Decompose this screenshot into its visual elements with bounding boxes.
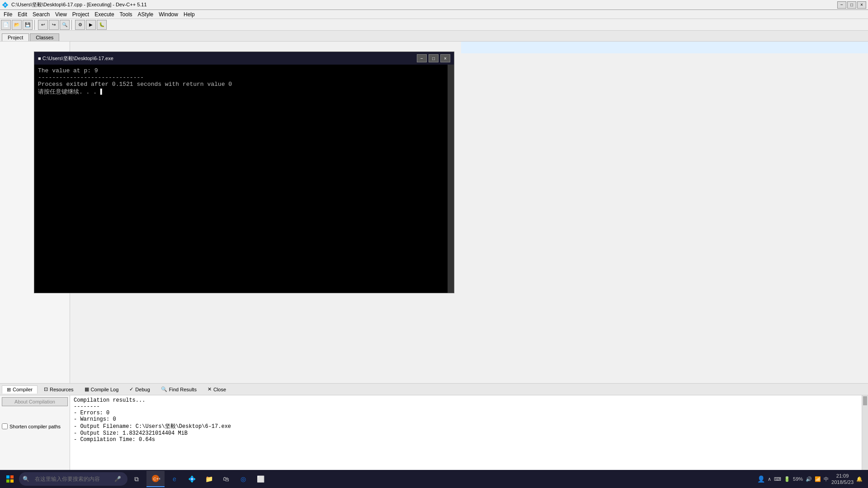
toolbar-redo[interactable]: ↪: [49, 20, 59, 30]
bottom-tab-compiler[interactable]: ⊞ Compiler: [2, 385, 38, 394]
bottom-tab-compilelog[interactable]: ▦ Compile Log: [80, 385, 123, 393]
console-window: ■ C:\Users\坚毅\Desktop\6-17.exe − □ × The…: [34, 52, 454, 293]
toolbar-sep1: [34, 20, 36, 30]
menu-project[interactable]: Project: [70, 10, 92, 19]
editor-highlight: [461, 42, 868, 53]
svg-rect-1: [10, 475, 14, 479]
tab-classes[interactable]: Classes: [30, 33, 59, 41]
toolbar-compile[interactable]: ⚙: [75, 20, 85, 30]
bottom-tab-debug[interactable]: ✓ Debug: [125, 385, 154, 393]
menu-search[interactable]: Search: [30, 10, 52, 19]
bottom-content: About Compilation Shorten compiler paths…: [0, 395, 868, 472]
toolbar-debug[interactable]: 🐛: [97, 20, 107, 30]
menu-bar: File Edit Search View Project Execute To…: [0, 10, 868, 19]
debug-icon: ✓: [129, 386, 133, 392]
about-compilation-button[interactable]: About Compilation: [2, 397, 68, 406]
tabs-area: Project Classes: [0, 31, 868, 42]
scrollbar-thumb[interactable]: [863, 396, 867, 405]
system-tray: 👤 ∧ ⌨ 🔋 59% 🔊 📶 中 21:09 2018/5/23 🔔: [754, 473, 866, 486]
resources-icon: ⊡: [44, 386, 48, 392]
console-line2: ------------------------------: [38, 74, 444, 81]
compile-line-7: - Compilation Time: 0.64s: [74, 436, 858, 443]
toolbar-find[interactable]: 🔍: [60, 20, 70, 30]
tray-volume-icon[interactable]: 🔊: [806, 476, 812, 482]
maximize-button[interactable]: □: [847, 1, 856, 9]
toolbar-undo[interactable]: ↩: [38, 20, 48, 30]
toolbar: 📄 📂 💾 ↩ ↪ 🔍 ⚙ ▶ 🐛: [0, 19, 868, 31]
tray-wifi-icon[interactable]: 📶: [815, 476, 821, 482]
shorten-paths-checkbox[interactable]: [2, 423, 8, 429]
taskbar-store[interactable]: 🛍: [218, 471, 234, 487]
compile-line-4: - Warnings: 0: [74, 416, 858, 422]
compile-line-2: --------: [74, 404, 858, 410]
svg-rect-3: [10, 479, 14, 483]
search-icon: 🔍: [23, 476, 29, 482]
main-content: ■ C:\Users\坚毅\Desktop\6-17.exe − □ × The…: [0, 42, 868, 383]
compile-line-5: - Output Filename: C:\Users\坚毅\Desktop\6…: [74, 422, 858, 430]
tray-notification-icon[interactable]: 🔔: [856, 476, 863, 482]
search-bar[interactable]: 🔍 🎤: [19, 472, 127, 486]
taskbar-cmd[interactable]: ⬜: [252, 471, 269, 487]
tray-time-text: 21:09: [831, 473, 854, 479]
tray-battery-icon: 🔋: [784, 476, 790, 482]
menu-window[interactable]: Window: [156, 10, 181, 19]
svg-rect-2: [6, 479, 9, 483]
compile-line-1: Compilation results...: [74, 397, 858, 404]
compiler-icon: ⊞: [7, 387, 11, 393]
bottom-tab-findresults[interactable]: 🔍 Find Results: [156, 385, 201, 393]
taskbar-devcpp[interactable]: C++: [146, 471, 165, 487]
task-view-button[interactable]: ⧉: [128, 471, 145, 487]
bottom-left-panel: About Compilation Shorten compiler paths: [0, 395, 70, 472]
svg-text:C++: C++: [153, 477, 160, 481]
console-cursor: ▌: [100, 89, 104, 95]
console-maximize[interactable]: □: [429, 54, 439, 62]
console-content[interactable]: The value at p: 9 ----------------------…: [34, 65, 448, 293]
start-button[interactable]: [2, 471, 18, 487]
tray-keyboard-icon[interactable]: ⌨: [774, 476, 781, 482]
bottom-panel: ⊞ Compiler ⊡ Resources ▦ Compile Log ✓ D…: [0, 383, 868, 478]
toolbar-save[interactable]: 💾: [23, 20, 33, 30]
close-tab-icon: ✕: [208, 386, 212, 392]
title-bar-text: C:\Users\坚毅\Desktop\6-17.cpp - [Executin…: [11, 1, 837, 8]
bottom-tabs: ⊞ Compiler ⊡ Resources ▦ Compile Log ✓ D…: [0, 384, 868, 395]
compile-line-3: - Errors: 0: [74, 410, 858, 416]
title-bar: 💠 C:\Users\坚毅\Desktop\6-17.cpp - [Execut…: [0, 0, 868, 10]
compile-scrollbar[interactable]: [862, 395, 868, 472]
compile-output: Compilation results... -------- - Errors…: [70, 395, 862, 472]
spacer: [2, 408, 68, 422]
menu-tools[interactable]: Tools: [117, 10, 135, 19]
taskbar-search-input[interactable]: [31, 472, 113, 486]
taskbar-browser2[interactable]: ◎: [235, 471, 251, 487]
tray-input-method[interactable]: 中: [824, 476, 829, 483]
bottom-tab-close[interactable]: ✕ Close: [203, 385, 231, 393]
tray-people-icon[interactable]: 👤: [757, 475, 765, 483]
console-title-text: ■ C:\Users\坚毅\Desktop\6-17.exe: [38, 55, 417, 62]
console-scrollbar[interactable]: [448, 65, 454, 293]
menu-execute[interactable]: Execute: [92, 10, 117, 19]
tray-date-text: 2018/5/23: [831, 479, 854, 485]
taskbar-explorer[interactable]: 📁: [201, 471, 217, 487]
console-minimize[interactable]: −: [417, 54, 427, 62]
menu-view[interactable]: View: [52, 10, 70, 19]
menu-astyle[interactable]: AStyle: [135, 10, 156, 19]
minimize-button[interactable]: −: [837, 1, 846, 9]
tray-clock[interactable]: 21:09 2018/5/23: [831, 473, 854, 486]
taskbar-ie[interactable]: e: [166, 471, 183, 487]
menu-file[interactable]: File: [1, 10, 15, 19]
close-button[interactable]: ×: [857, 1, 866, 9]
shorten-paths-label: Shorten compiler paths: [9, 424, 61, 429]
findresults-icon: 🔍: [161, 386, 167, 392]
menu-help[interactable]: Help: [181, 10, 198, 19]
toolbar-new[interactable]: 📄: [1, 20, 11, 30]
tab-project[interactable]: Project: [2, 33, 29, 41]
console-line1: The value at p: 9: [38, 67, 444, 74]
toolbar-run[interactable]: ▶: [86, 20, 96, 30]
bottom-tab-resources[interactable]: ⊡ Resources: [39, 385, 78, 393]
menu-edit[interactable]: Edit: [15, 10, 30, 19]
taskbar-vs[interactable]: 💠: [184, 471, 200, 487]
tray-expand[interactable]: ∧: [768, 476, 771, 482]
compilelog-icon: ▦: [85, 386, 89, 392]
compile-line-6: - Output Size: 1.83242321014404 MiB: [74, 430, 858, 436]
console-close[interactable]: ×: [440, 54, 450, 62]
toolbar-open[interactable]: 📂: [12, 20, 22, 30]
